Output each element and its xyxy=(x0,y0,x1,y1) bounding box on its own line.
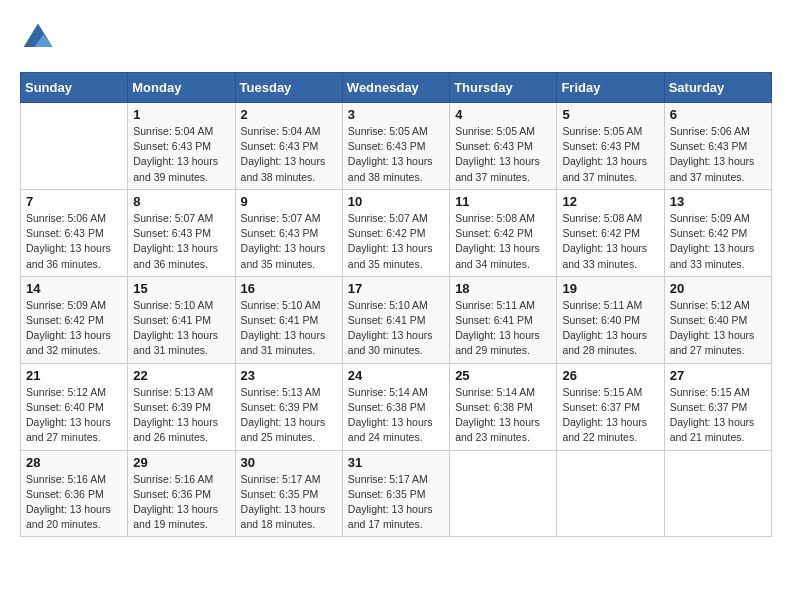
day-info: Sunrise: 5:05 AMSunset: 6:43 PMDaylight:… xyxy=(348,124,444,185)
day-header-wednesday: Wednesday xyxy=(342,73,449,103)
calendar-cell: 25Sunrise: 5:14 AMSunset: 6:38 PMDayligh… xyxy=(450,363,557,450)
day-number: 3 xyxy=(348,107,444,122)
calendar-cell: 18Sunrise: 5:11 AMSunset: 6:41 PMDayligh… xyxy=(450,276,557,363)
logo xyxy=(20,20,60,56)
calendar-cell xyxy=(664,450,771,537)
day-number: 27 xyxy=(670,368,766,383)
day-info: Sunrise: 5:09 AMSunset: 6:42 PMDaylight:… xyxy=(670,211,766,272)
day-number: 19 xyxy=(562,281,658,296)
day-number: 6 xyxy=(670,107,766,122)
day-info: Sunrise: 5:13 AMSunset: 6:39 PMDaylight:… xyxy=(241,385,337,446)
calendar-cell: 23Sunrise: 5:13 AMSunset: 6:39 PMDayligh… xyxy=(235,363,342,450)
day-info: Sunrise: 5:06 AMSunset: 6:43 PMDaylight:… xyxy=(670,124,766,185)
day-number: 18 xyxy=(455,281,551,296)
calendar-cell: 13Sunrise: 5:09 AMSunset: 6:42 PMDayligh… xyxy=(664,189,771,276)
day-number: 11 xyxy=(455,194,551,209)
day-info: Sunrise: 5:09 AMSunset: 6:42 PMDaylight:… xyxy=(26,298,122,359)
day-info: Sunrise: 5:07 AMSunset: 6:43 PMDaylight:… xyxy=(133,211,229,272)
day-header-friday: Friday xyxy=(557,73,664,103)
day-info: Sunrise: 5:14 AMSunset: 6:38 PMDaylight:… xyxy=(455,385,551,446)
calendar-cell: 6Sunrise: 5:06 AMSunset: 6:43 PMDaylight… xyxy=(664,103,771,190)
day-info: Sunrise: 5:15 AMSunset: 6:37 PMDaylight:… xyxy=(670,385,766,446)
day-number: 22 xyxy=(133,368,229,383)
day-number: 10 xyxy=(348,194,444,209)
day-number: 23 xyxy=(241,368,337,383)
day-number: 26 xyxy=(562,368,658,383)
day-number: 25 xyxy=(455,368,551,383)
day-number: 12 xyxy=(562,194,658,209)
day-info: Sunrise: 5:05 AMSunset: 6:43 PMDaylight:… xyxy=(455,124,551,185)
day-number: 7 xyxy=(26,194,122,209)
week-row-5: 28Sunrise: 5:16 AMSunset: 6:36 PMDayligh… xyxy=(21,450,772,537)
calendar-cell: 15Sunrise: 5:10 AMSunset: 6:41 PMDayligh… xyxy=(128,276,235,363)
day-info: Sunrise: 5:15 AMSunset: 6:37 PMDaylight:… xyxy=(562,385,658,446)
day-info: Sunrise: 5:06 AMSunset: 6:43 PMDaylight:… xyxy=(26,211,122,272)
day-number: 14 xyxy=(26,281,122,296)
day-number: 1 xyxy=(133,107,229,122)
day-number: 17 xyxy=(348,281,444,296)
day-number: 16 xyxy=(241,281,337,296)
day-info: Sunrise: 5:17 AMSunset: 6:35 PMDaylight:… xyxy=(241,472,337,533)
calendar-cell: 5Sunrise: 5:05 AMSunset: 6:43 PMDaylight… xyxy=(557,103,664,190)
calendar-table: SundayMondayTuesdayWednesdayThursdayFrid… xyxy=(20,72,772,537)
calendar-cell: 9Sunrise: 5:07 AMSunset: 6:43 PMDaylight… xyxy=(235,189,342,276)
week-row-2: 7Sunrise: 5:06 AMSunset: 6:43 PMDaylight… xyxy=(21,189,772,276)
day-info: Sunrise: 5:10 AMSunset: 6:41 PMDaylight:… xyxy=(133,298,229,359)
day-number: 31 xyxy=(348,455,444,470)
calendar-cell: 2Sunrise: 5:04 AMSunset: 6:43 PMDaylight… xyxy=(235,103,342,190)
day-number: 8 xyxy=(133,194,229,209)
day-info: Sunrise: 5:17 AMSunset: 6:35 PMDaylight:… xyxy=(348,472,444,533)
calendar-cell: 10Sunrise: 5:07 AMSunset: 6:42 PMDayligh… xyxy=(342,189,449,276)
day-info: Sunrise: 5:08 AMSunset: 6:42 PMDaylight:… xyxy=(562,211,658,272)
day-info: Sunrise: 5:12 AMSunset: 6:40 PMDaylight:… xyxy=(670,298,766,359)
week-row-3: 14Sunrise: 5:09 AMSunset: 6:42 PMDayligh… xyxy=(21,276,772,363)
day-info: Sunrise: 5:07 AMSunset: 6:43 PMDaylight:… xyxy=(241,211,337,272)
calendar-cell: 11Sunrise: 5:08 AMSunset: 6:42 PMDayligh… xyxy=(450,189,557,276)
calendar-cell: 31Sunrise: 5:17 AMSunset: 6:35 PMDayligh… xyxy=(342,450,449,537)
day-info: Sunrise: 5:05 AMSunset: 6:43 PMDaylight:… xyxy=(562,124,658,185)
day-info: Sunrise: 5:13 AMSunset: 6:39 PMDaylight:… xyxy=(133,385,229,446)
day-number: 4 xyxy=(455,107,551,122)
day-header-saturday: Saturday xyxy=(664,73,771,103)
day-header-sunday: Sunday xyxy=(21,73,128,103)
day-number: 21 xyxy=(26,368,122,383)
day-header-tuesday: Tuesday xyxy=(235,73,342,103)
day-number: 20 xyxy=(670,281,766,296)
week-row-1: 1Sunrise: 5:04 AMSunset: 6:43 PMDaylight… xyxy=(21,103,772,190)
day-info: Sunrise: 5:14 AMSunset: 6:38 PMDaylight:… xyxy=(348,385,444,446)
week-row-4: 21Sunrise: 5:12 AMSunset: 6:40 PMDayligh… xyxy=(21,363,772,450)
day-header-thursday: Thursday xyxy=(450,73,557,103)
day-info: Sunrise: 5:12 AMSunset: 6:40 PMDaylight:… xyxy=(26,385,122,446)
calendar-cell: 21Sunrise: 5:12 AMSunset: 6:40 PMDayligh… xyxy=(21,363,128,450)
day-number: 24 xyxy=(348,368,444,383)
day-number: 15 xyxy=(133,281,229,296)
day-number: 30 xyxy=(241,455,337,470)
day-info: Sunrise: 5:08 AMSunset: 6:42 PMDaylight:… xyxy=(455,211,551,272)
day-info: Sunrise: 5:16 AMSunset: 6:36 PMDaylight:… xyxy=(133,472,229,533)
day-info: Sunrise: 5:11 AMSunset: 6:40 PMDaylight:… xyxy=(562,298,658,359)
day-info: Sunrise: 5:04 AMSunset: 6:43 PMDaylight:… xyxy=(133,124,229,185)
calendar-cell: 19Sunrise: 5:11 AMSunset: 6:40 PMDayligh… xyxy=(557,276,664,363)
calendar-cell: 7Sunrise: 5:06 AMSunset: 6:43 PMDaylight… xyxy=(21,189,128,276)
calendar-cell: 22Sunrise: 5:13 AMSunset: 6:39 PMDayligh… xyxy=(128,363,235,450)
calendar-cell: 29Sunrise: 5:16 AMSunset: 6:36 PMDayligh… xyxy=(128,450,235,537)
day-info: Sunrise: 5:16 AMSunset: 6:36 PMDaylight:… xyxy=(26,472,122,533)
day-number: 29 xyxy=(133,455,229,470)
calendar-cell: 28Sunrise: 5:16 AMSunset: 6:36 PMDayligh… xyxy=(21,450,128,537)
day-number: 9 xyxy=(241,194,337,209)
calendar-cell: 3Sunrise: 5:05 AMSunset: 6:43 PMDaylight… xyxy=(342,103,449,190)
calendar-cell: 27Sunrise: 5:15 AMSunset: 6:37 PMDayligh… xyxy=(664,363,771,450)
day-info: Sunrise: 5:04 AMSunset: 6:43 PMDaylight:… xyxy=(241,124,337,185)
calendar-cell xyxy=(450,450,557,537)
calendar-cell: 12Sunrise: 5:08 AMSunset: 6:42 PMDayligh… xyxy=(557,189,664,276)
calendar-cell: 8Sunrise: 5:07 AMSunset: 6:43 PMDaylight… xyxy=(128,189,235,276)
day-info: Sunrise: 5:10 AMSunset: 6:41 PMDaylight:… xyxy=(348,298,444,359)
calendar-cell: 20Sunrise: 5:12 AMSunset: 6:40 PMDayligh… xyxy=(664,276,771,363)
day-number: 28 xyxy=(26,455,122,470)
calendar-cell: 1Sunrise: 5:04 AMSunset: 6:43 PMDaylight… xyxy=(128,103,235,190)
day-number: 2 xyxy=(241,107,337,122)
calendar-cell: 14Sunrise: 5:09 AMSunset: 6:42 PMDayligh… xyxy=(21,276,128,363)
calendar-cell: 4Sunrise: 5:05 AMSunset: 6:43 PMDaylight… xyxy=(450,103,557,190)
day-info: Sunrise: 5:07 AMSunset: 6:42 PMDaylight:… xyxy=(348,211,444,272)
calendar-cell xyxy=(557,450,664,537)
